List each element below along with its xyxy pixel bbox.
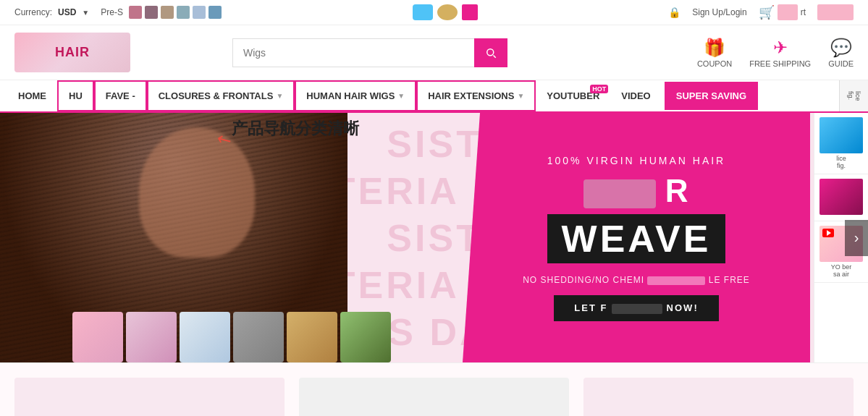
bottom-card-3[interactable] xyxy=(583,378,854,416)
sidebar-handle[interactable]: licefig. xyxy=(839,80,868,111)
search-icon xyxy=(484,46,497,59)
order-label xyxy=(817,4,854,20)
nav-home[interactable]: HOME xyxy=(7,81,57,111)
currency-label: Currency: xyxy=(14,7,52,17)
banner-blurred-1 xyxy=(583,179,656,208)
nav-fave[interactable]: FAVE - xyxy=(94,80,147,111)
guide-label: GUIDE xyxy=(828,59,854,68)
nav-wigs[interactable]: HUMAN HAIR WIGS ▼ xyxy=(295,80,416,111)
search-input[interactable] xyxy=(232,38,474,67)
product-thumb-2[interactable] xyxy=(126,312,177,362)
bottom-card-1[interactable] xyxy=(14,378,285,416)
search-area xyxy=(232,38,507,67)
header-icons: 🎁 COUPON ✈ FREE SHIPPING 💬 GUIDE xyxy=(697,38,854,68)
coupon-icon: 🎁 xyxy=(704,38,725,58)
float-label-3: YO bersa air xyxy=(831,263,852,278)
banner-product-thumbs xyxy=(72,305,391,362)
banner-desc: NO SHEDDING/NO CHEMI LE FREE xyxy=(523,275,750,285)
bottom-card-2[interactable] xyxy=(299,378,569,416)
center-icon-3[interactable] xyxy=(462,4,478,20)
signup-login-link[interactable]: Sign Up/Login xyxy=(692,7,746,17)
float-item-1[interactable]: licefig. xyxy=(814,113,868,174)
navbar: HOME HU FAVE - CLOSURES & FRONTALS ▼ HUM… xyxy=(0,80,868,113)
swatch-6[interactable] xyxy=(208,6,222,19)
product-thumb-5[interactable] xyxy=(287,312,337,362)
banner-cta-button[interactable]: LET F NOW! xyxy=(554,295,718,321)
swatch-1[interactable] xyxy=(129,6,142,19)
youtube-icon xyxy=(822,229,834,237)
float-label-1: licefig. xyxy=(836,155,846,169)
swatch-4[interactable] xyxy=(177,6,190,19)
nav-youtuber[interactable]: YOUTUBER Hot xyxy=(536,81,610,111)
product-thumb-6[interactable] xyxy=(340,312,391,362)
pre-s-label: Pre-S xyxy=(101,7,123,17)
float-img-1 xyxy=(819,117,863,153)
banner-weave: WEAVE xyxy=(547,214,726,263)
face-placeholder xyxy=(139,127,255,258)
bottom-section xyxy=(0,362,868,416)
closures-arrow: ▼ xyxy=(276,92,283,100)
guide-icon-item[interactable]: 💬 GUIDE xyxy=(828,38,854,68)
nav-super-saving[interactable]: SUPER SAVING xyxy=(665,82,758,110)
top-bar-left: Currency: USD ▼ Pre-S xyxy=(14,6,222,19)
top-bar-center-icons xyxy=(413,4,478,20)
banner-hair-r: R xyxy=(665,173,690,208)
nav-video[interactable]: VIDEO xyxy=(610,81,661,111)
nav-extensions[interactable]: HAIR EXTENSIONS ▼ xyxy=(416,80,536,111)
extensions-arrow: ▼ xyxy=(517,92,524,100)
currency-select[interactable]: USD xyxy=(58,7,76,17)
shipping-icon: ✈ xyxy=(773,38,788,58)
nav-human-hair[interactable]: HU xyxy=(57,80,94,111)
banner-subtitle: 100% VIRGIN HUMAN HAIR xyxy=(547,155,725,166)
cart-area[interactable]: 🛒 rt xyxy=(759,4,806,20)
product-thumb-1[interactable] xyxy=(72,312,123,362)
cart-rt: rt xyxy=(801,7,806,17)
swatch-2[interactable] xyxy=(145,6,158,19)
search-button[interactable] xyxy=(474,38,507,67)
lock-icon: 🔒 xyxy=(668,7,681,18)
float-item-2[interactable] xyxy=(814,174,868,221)
logo[interactable]: HAIR xyxy=(14,33,130,72)
product-thumb-3[interactable] xyxy=(180,312,230,362)
center-icon-1[interactable] xyxy=(413,4,433,20)
cart-icon: 🛒 xyxy=(759,4,775,20)
coupon-label: COUPON xyxy=(697,59,732,68)
banner-main-text: R xyxy=(583,174,690,208)
swatch-3[interactable] xyxy=(161,6,174,19)
product-thumb-4[interactable] xyxy=(233,312,284,362)
color-swatches xyxy=(129,6,222,19)
guide-icon: 💬 xyxy=(830,38,852,58)
blurred-cta xyxy=(612,304,662,314)
currency-arrow: ▼ xyxy=(82,9,89,17)
swatch-5[interactable] xyxy=(193,6,206,19)
banner-next-button[interactable]: › xyxy=(845,220,868,256)
header: HAIR 产品导航分类清晰 ↘ 🎁 COUPON ✈ FREE SHIPPING… xyxy=(0,25,868,80)
sidebar-label: licefig. xyxy=(847,91,861,101)
banner: SISTER SISTER SISTER TERIA TERIA TERIA S… xyxy=(0,113,868,362)
coupon-icon-item[interactable]: 🎁 COUPON xyxy=(697,38,732,68)
blurred-desc xyxy=(647,276,705,285)
center-icon-2[interactable] xyxy=(437,4,458,20)
top-bar: Currency: USD ▼ Pre-S 🔒 Sign Up/Login 🛒 … xyxy=(0,0,868,25)
hot-badge: Hot xyxy=(590,85,608,93)
banner-content: 100% VIRGIN HUMAN HAIR R WEAVE NO SHEDDI… xyxy=(463,113,810,362)
cart-label xyxy=(778,4,798,20)
float-img-2 xyxy=(819,179,863,215)
shipping-label: FREE SHIPPING xyxy=(749,59,811,68)
nav-closures[interactable]: CLOSURES & FRONTALS ▼ xyxy=(147,80,295,111)
wigs-arrow: ▼ xyxy=(397,92,405,100)
shipping-icon-item[interactable]: ✈ FREE SHIPPING xyxy=(749,38,811,68)
logo-text: HAIR xyxy=(55,45,90,60)
top-bar-right: 🔒 Sign Up/Login 🛒 rt xyxy=(668,4,854,20)
